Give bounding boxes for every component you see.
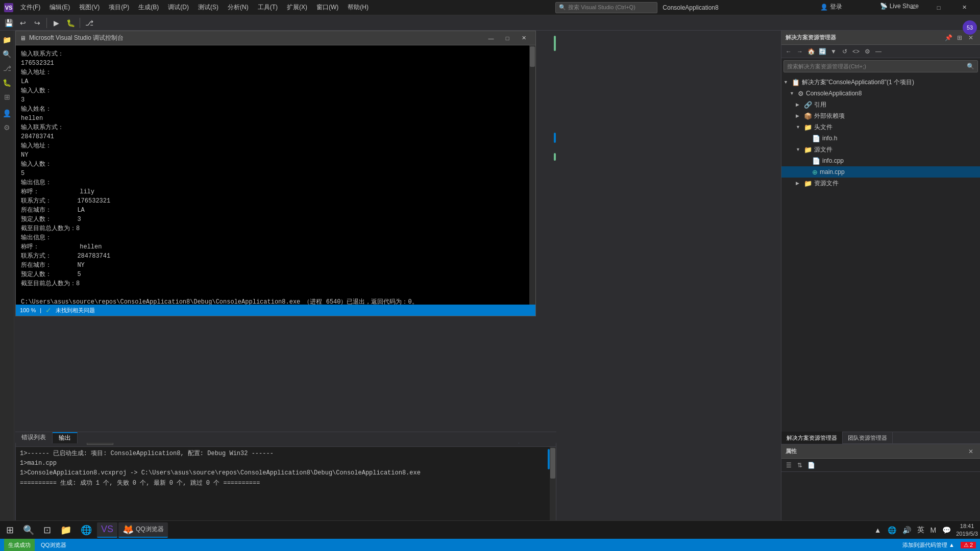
activity-accounts[interactable]: 👤: [1, 107, 13, 119]
browser-status[interactable]: QQ浏览器: [41, 541, 66, 549]
se-filter-button[interactable]: ▼: [828, 46, 839, 57]
debug-restore-button[interactable]: □: [500, 33, 515, 44]
build-success-status[interactable]: 生成成功: [4, 539, 35, 551]
taskbar-volume-icon[interactable]: 🔊: [901, 526, 912, 534]
se-tab-solution-explorer[interactable]: 解决方案资源管理器: [781, 432, 843, 444]
menu-item-B[interactable]: 生成(B): [134, 2, 163, 13]
taskbar-explorer[interactable]: 📁: [56, 522, 76, 538]
menu-item-F[interactable]: 文件(F): [16, 2, 44, 13]
se-sync-button[interactable]: 🔄: [817, 46, 827, 57]
notification-badge[interactable]: 53: [963, 20, 977, 35]
tab-error-list[interactable]: 错误列表: [15, 432, 53, 443]
activity-debug[interactable]: 🐛: [1, 77, 13, 89]
se-minus-button[interactable]: —: [873, 46, 884, 57]
tree-info-h[interactable]: ▶ 📄 info.h: [781, 133, 980, 144]
maximize-button[interactable]: □: [927, 0, 950, 15]
info-h-label: info.h: [822, 135, 837, 142]
taskbar-start[interactable]: ⊞: [2, 522, 18, 538]
se-back-button[interactable]: ←: [783, 46, 794, 57]
taskbar-lang-indicator[interactable]: 英: [916, 525, 925, 535]
menu-item-D[interactable]: 调试(D): [164, 2, 193, 13]
issues-status[interactable]: 未找到相关问题: [56, 307, 95, 314]
close-button[interactable]: ✕: [952, 0, 976, 15]
menu-item-V[interactable]: 视图(V): [75, 2, 104, 13]
title-bar-center: 🔍 搜索 Visual Studio (Ctrl+Q) ConsoleAppli…: [555, 2, 718, 13]
activity-explorer[interactable]: 📁: [1, 34, 13, 46]
tree-solution[interactable]: ▼ 📋 解决方案"ConsoleApplication8"(1 个项目): [781, 77, 980, 88]
toolbar-build[interactable]: ▶: [50, 16, 63, 30]
toolbar-save[interactable]: 💾: [2, 16, 15, 30]
login-button[interactable]: 👤 登录: [820, 3, 842, 11]
debug-console-body[interactable]: 输入联系方式： 176532321 输入地址： LA 输入人数： 3 输入姓名：…: [16, 45, 535, 305]
tree-headers[interactable]: ▼ 📁 头文件: [781, 121, 980, 133]
props-close-button[interactable]: ✕: [966, 446, 976, 457]
tab-error-list-label: 错误列表: [21, 433, 46, 442]
se-settings-button[interactable]: ⚙: [862, 46, 872, 57]
menu-item-T[interactable]: 工具(T): [254, 2, 282, 13]
toolbar-git[interactable]: ⎇: [83, 16, 96, 30]
global-search-box[interactable]: 🔍 搜索 Visual Studio (Ctrl+Q): [555, 2, 657, 13]
tree-references[interactable]: ▶ 🔗 引用: [781, 99, 980, 110]
se-search-input[interactable]: 搜索解决方案资源管理器(Ctrl+;): [787, 63, 967, 70]
se-search-box[interactable]: 搜索解决方案资源管理器(Ctrl+;) 🔍: [783, 60, 978, 72]
menu-item-H[interactable]: 帮助(H): [344, 2, 373, 13]
se-home-button[interactable]: 🏠: [806, 46, 816, 57]
status-check-icon: ✓: [45, 306, 52, 314]
menu-item-S[interactable]: 测试(S): [194, 2, 223, 13]
taskbar: ⊞ 🔍 ⊡ 📁 🌐 VS 🦊 QQ浏览器 ▲ 🌐 🔊 英 M 💬 18:41 2…: [0, 520, 980, 539]
menu-item-X[interactable]: 扩展(X): [283, 2, 311, 13]
tree-external-deps[interactable]: ▶ 📦 外部依赖项: [781, 110, 980, 121]
debug-minimize-button[interactable]: —: [483, 33, 499, 44]
explorer-icon: 📁: [60, 524, 71, 536]
tree-resources[interactable]: ▶ 📁 资源文件: [781, 178, 980, 189]
activity-extensions[interactable]: ⊞: [1, 91, 13, 103]
menu-item-E[interactable]: 编辑(E): [45, 2, 74, 13]
taskbar-ime-icon[interactable]: M: [929, 526, 938, 534]
toolbar-redo[interactable]: ↪: [31, 16, 44, 30]
se-expand-button[interactable]: ⊞: [954, 33, 965, 43]
se-tab-team-explorer[interactable]: 团队资源管理器: [843, 432, 893, 444]
debug-console-window: 🖥 Microsoft Visual Studio 调试控制台 — □ ✕ 输入…: [15, 31, 536, 316]
output-scroll-thumb[interactable]: [550, 448, 555, 479]
props-pages-button[interactable]: 📄: [806, 460, 816, 470]
debug-close-button[interactable]: ✕: [516, 33, 531, 44]
taskbar-notification-icon[interactable]: 💬: [941, 526, 952, 534]
se-forward-button[interactable]: →: [795, 46, 805, 57]
zoom-level[interactable]: 100 %: [20, 307, 36, 313]
se-search-icon: 🔍: [967, 63, 974, 70]
taskbar-vs[interactable]: VS: [97, 522, 117, 538]
project-icon: ⚙: [798, 90, 804, 97]
menu-item-W[interactable]: 窗口(W): [312, 2, 342, 13]
props-categories-button[interactable]: ☰: [783, 460, 794, 470]
taskbar-search[interactable]: 🔍: [19, 522, 38, 538]
taskbar-task-view[interactable]: ⊡: [39, 522, 55, 538]
output-scrollbar[interactable]: [550, 447, 556, 523]
source-control-status[interactable]: 添加到源代码管理 ▲: [902, 541, 954, 549]
se-pin-button[interactable]: 📌: [943, 33, 953, 43]
tree-info-cpp[interactable]: ▶ 📄 info.cpp: [781, 155, 980, 166]
taskbar-qq-browser[interactable]: 🦊 QQ浏览器: [118, 522, 168, 538]
tree-sources[interactable]: ▼ 📁 源文件: [781, 144, 980, 155]
tree-project[interactable]: ▼ ⚙ ConsoleApplication8: [781, 88, 980, 99]
se-code-button[interactable]: <>: [851, 46, 861, 57]
taskbar-clock[interactable]: 18:41 2019/5/3: [956, 522, 978, 537]
props-sort-button[interactable]: ⇅: [795, 460, 805, 470]
menu-item-N[interactable]: 分析(N): [224, 2, 253, 13]
live-share-button[interactable]: 📡 Live Share: [880, 3, 919, 10]
taskbar-browser[interactable]: 🌐: [77, 522, 96, 538]
debug-console-scrollbar[interactable]: [529, 45, 535, 305]
login-label: 登录: [830, 3, 842, 11]
debug-console-scroll-thumb[interactable]: [530, 46, 535, 67]
toolbar-debug[interactable]: 🐛: [64, 16, 77, 30]
menu-item-P[interactable]: 项目(P): [105, 2, 133, 13]
tree-main-cpp[interactable]: ▶ ⊕ main.cpp: [781, 166, 980, 178]
taskbar-up-arrow[interactable]: ▲: [873, 526, 883, 534]
toolbar-undo[interactable]: ↩: [16, 16, 30, 30]
output-content[interactable]: 1>------ 已启动生成: 项目: ConsoleApplication8,…: [16, 447, 556, 523]
tab-output[interactable]: 输出: [53, 432, 78, 443]
se-refresh-button[interactable]: ↺: [840, 46, 850, 57]
activity-search[interactable]: 🔍: [1, 48, 13, 60]
activity-settings[interactable]: ⚙: [1, 121, 13, 134]
activity-git[interactable]: ⎇: [1, 62, 13, 74]
taskbar-network-icon[interactable]: 🌐: [887, 526, 897, 534]
